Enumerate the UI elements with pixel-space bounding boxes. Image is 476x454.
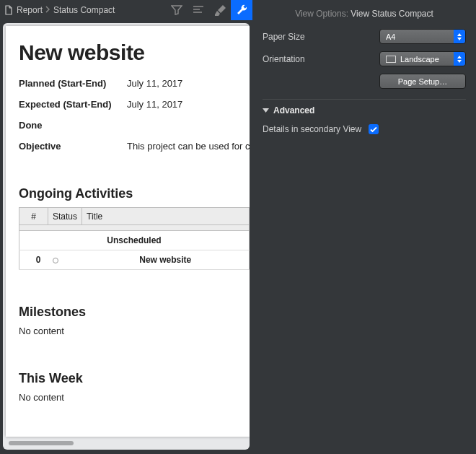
meta-label: Objective (19, 141, 127, 152)
col-status: Status (48, 208, 82, 225)
meta-value: July 11, 2017 (127, 78, 250, 89)
meta-expected: Expected (Start-End) July 11, 2017 (19, 99, 250, 110)
col-number: # (19, 208, 48, 225)
paper-size-value: A4 (386, 32, 395, 41)
scrollbar-thumb[interactable] (9, 441, 74, 445)
document-icon (4, 5, 13, 15)
details-secondary-checkbox[interactable] (369, 124, 379, 134)
inspector-panel: View Options: View Status Compact Paper … (252, 0, 476, 454)
section-thisweek-title: This Week (19, 371, 250, 386)
horizontal-scrollbar[interactable] (9, 440, 245, 447)
section-ongoing-title: Ongoing Activities (19, 186, 250, 201)
landscape-icon (386, 56, 396, 63)
table-row: 0 New website (19, 250, 250, 270)
panel-title: View Options: View Status Compact (263, 9, 466, 19)
filter-icon (171, 5, 182, 15)
style-button[interactable] (209, 0, 231, 20)
breadcrumb[interactable]: Report Status Compact (4, 5, 115, 15)
svg-rect-0 (387, 56, 396, 62)
paper-size-select[interactable]: A4 (379, 29, 466, 44)
meta-value (127, 120, 250, 131)
outline-button[interactable] (188, 0, 209, 20)
details-secondary-label: Details in secondary View (263, 124, 361, 134)
meta-label: Done (19, 120, 127, 131)
toolbar: Report Status Compact (0, 0, 252, 20)
table-group-row: Unscheduled (19, 231, 250, 250)
cell-title: New website (82, 250, 250, 270)
outline-icon (193, 6, 204, 14)
orientation-select[interactable]: Landscape (379, 51, 466, 66)
chevron-right-icon (45, 5, 50, 15)
cell-status (48, 250, 82, 270)
orientation-value: Landscape (400, 55, 439, 64)
section-milestones-title: Milestones (19, 305, 250, 320)
advanced-disclosure[interactable]: Advanced (263, 105, 466, 115)
advanced-label: Advanced (273, 105, 314, 115)
settings-button[interactable] (231, 0, 252, 20)
check-icon (370, 126, 377, 133)
disclosure-triangle-icon (263, 105, 269, 115)
col-title: Title (82, 208, 250, 225)
status-dot-icon (53, 258, 58, 263)
cell-number: 0 (19, 250, 48, 270)
page-setup-button[interactable]: Page Setup… (379, 74, 466, 89)
breadcrumb-leaf: Status Compact (53, 5, 115, 15)
style-brush-icon (215, 5, 226, 16)
ongoing-table: # Status Title Unscheduled 0 (19, 207, 250, 270)
meta-label: Expected (Start-End) (19, 99, 127, 110)
meta-value: This project can be used for creating a … (127, 141, 250, 152)
stepper-icon (454, 52, 465, 66)
divider (263, 99, 466, 100)
breadcrumb-root: Report (17, 5, 43, 15)
wrench-icon (236, 4, 247, 16)
table-group-label: Unscheduled (19, 231, 250, 250)
meta-objective: Objective This project can be used for c… (19, 141, 250, 152)
report-preview: New website Planned (Start-End) July 11,… (3, 23, 250, 450)
meta-value: July 11, 2017 (127, 99, 250, 110)
panel-title-value: View Status Compact (351, 9, 433, 19)
stepper-icon (454, 30, 465, 43)
paper-size-label: Paper Size (263, 32, 379, 42)
report-title: New website (19, 40, 250, 65)
milestones-content: No content (19, 326, 250, 336)
meta-planned: Planned (Start-End) July 11, 2017 (19, 78, 250, 89)
meta-label: Planned (Start-End) (19, 78, 127, 89)
thisweek-content: No content (19, 392, 250, 403)
panel-title-label: View Options: (295, 9, 348, 19)
orientation-label: Orientation (263, 54, 379, 64)
page-setup-label: Page Setup… (398, 77, 448, 86)
filter-button[interactable] (166, 0, 188, 20)
meta-done: Done (19, 120, 250, 131)
